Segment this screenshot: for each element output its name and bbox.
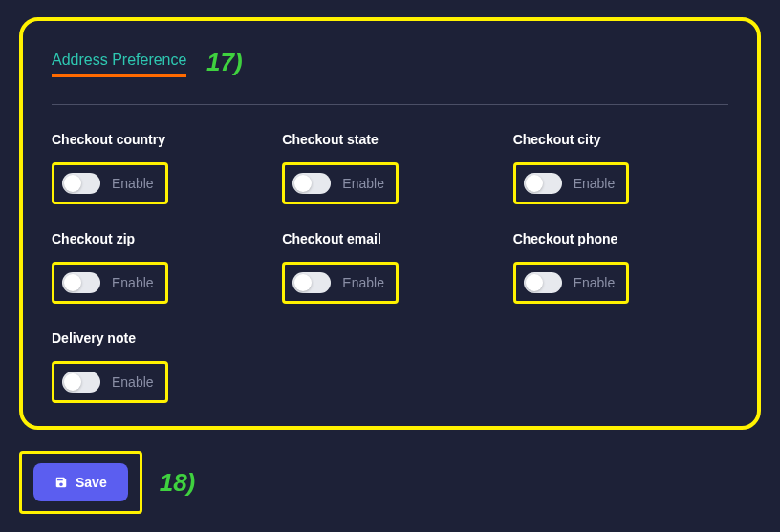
toggle-text: Enable — [342, 176, 384, 191]
save-row: Save 18) — [19, 451, 761, 514]
section-header: Address Preference 17) — [52, 52, 728, 77]
toggle-grid: Checkout country Enable Checkout state E… — [52, 132, 728, 403]
field-checkout-phone: Checkout phone Enable — [513, 231, 728, 304]
toggle-text: Enable — [112, 176, 154, 191]
field-label: Checkout state — [282, 132, 497, 147]
field-checkout-country: Checkout country Enable — [52, 132, 267, 204]
toggle-row: Enable — [52, 262, 168, 304]
save-button[interactable]: Save — [33, 463, 128, 501]
toggle-row: Enable — [52, 361, 168, 403]
save-icon — [54, 476, 68, 489]
field-label: Delivery note — [52, 330, 267, 346]
field-checkout-city: Checkout city Enable — [513, 132, 728, 204]
field-label: Checkout phone — [513, 231, 728, 246]
toggle-row: Enable — [282, 162, 399, 204]
toggle-text: Enable — [112, 374, 154, 390]
field-label: Checkout zip — [52, 231, 267, 246]
toggle-text: Enable — [342, 275, 384, 290]
toggle-text: Enable — [574, 275, 616, 290]
field-checkout-zip: Checkout zip Enable — [52, 231, 267, 304]
annotation-17: 17) — [206, 48, 243, 77]
field-delivery-note: Delivery note Enable — [52, 330, 267, 403]
toggle-checkout-zip[interactable] — [62, 272, 100, 293]
toggle-row: Enable — [513, 162, 630, 204]
toggle-row: Enable — [282, 262, 399, 304]
toggle-checkout-city[interactable] — [524, 173, 562, 194]
save-button-label: Save — [76, 475, 107, 490]
divider — [52, 104, 728, 105]
section-title: Address Preference — [52, 52, 186, 77]
address-preference-panel: Address Preference 17) Checkout country … — [19, 17, 761, 430]
annotation-18: 18) — [160, 468, 196, 498]
toggle-checkout-phone[interactable] — [524, 272, 562, 293]
toggle-checkout-country[interactable] — [62, 173, 100, 194]
field-label: Checkout city — [513, 132, 728, 147]
toggle-delivery-note[interactable] — [62, 372, 100, 393]
toggle-text: Enable — [112, 275, 154, 290]
toggle-row: Enable — [513, 262, 630, 304]
field-label: Checkout country — [52, 132, 267, 147]
field-checkout-email: Checkout email Enable — [282, 231, 497, 304]
toggle-checkout-state[interactable] — [292, 173, 331, 194]
toggle-text: Enable — [574, 176, 616, 191]
field-label: Checkout email — [282, 231, 497, 246]
save-highlight-box: Save — [19, 451, 142, 514]
toggle-checkout-email[interactable] — [292, 272, 331, 293]
toggle-row: Enable — [52, 162, 168, 204]
field-checkout-state: Checkout state Enable — [282, 132, 497, 204]
